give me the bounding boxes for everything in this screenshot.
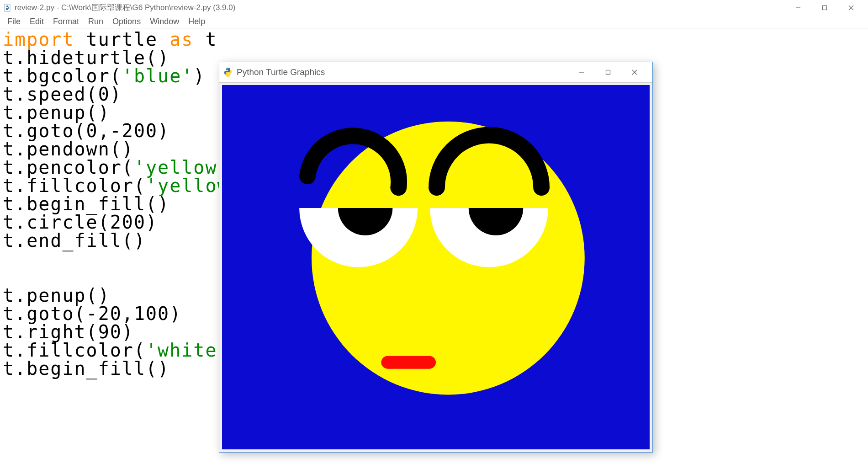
turtle-canvas <box>222 85 650 449</box>
turtle-maximize-button[interactable] <box>595 63 621 81</box>
svg-rect-2 <box>823 5 827 10</box>
svg-point-6 <box>228 75 229 76</box>
mouth <box>381 356 436 369</box>
minimize-button[interactable] <box>785 0 811 16</box>
keyword-as: as <box>169 29 193 50</box>
code-line: t.end_fill() <box>3 230 146 251</box>
maximize-button[interactable] <box>811 0 838 16</box>
main-titlebar: review-2.py - C:\Work\国际部课程\G6 Python\re… <box>0 0 868 16</box>
turtle-drawing <box>222 85 650 449</box>
turtle-window-controls <box>568 63 648 81</box>
python-icon <box>224 67 232 78</box>
main-window-title: review-2.py - C:\Work\国际部课程\G6 Python\re… <box>15 2 785 13</box>
menu-help[interactable]: Help <box>184 16 210 27</box>
menu-window[interactable]: Window <box>145 16 184 27</box>
menu-edit[interactable]: Edit <box>25 16 48 27</box>
svg-rect-8 <box>606 70 610 75</box>
python-file-icon <box>4 4 12 12</box>
menu-file[interactable]: File <box>3 16 25 27</box>
code-line: t.begin_fill() <box>3 358 169 379</box>
turtle-close-button[interactable] <box>621 63 648 81</box>
turtle-minimize-button[interactable] <box>568 63 595 81</box>
close-button[interactable] <box>838 0 864 16</box>
menu-format[interactable]: Format <box>48 16 84 27</box>
turtle-graphics-window: Python Turtle Graphics <box>219 62 653 453</box>
main-window-controls <box>785 0 864 16</box>
code-text: ) <box>193 65 205 86</box>
menu-options[interactable]: Options <box>108 16 145 27</box>
menubar: File Edit Format Run Options Window Help <box>0 16 868 28</box>
string-literal: 'blue' <box>122 65 194 86</box>
turtle-titlebar: Python Turtle Graphics <box>219 62 652 83</box>
code-text: t <box>193 29 217 50</box>
svg-point-5 <box>227 69 228 69</box>
menu-run[interactable]: Run <box>84 16 108 27</box>
turtle-window-title: Python Turtle Graphics <box>237 67 568 77</box>
